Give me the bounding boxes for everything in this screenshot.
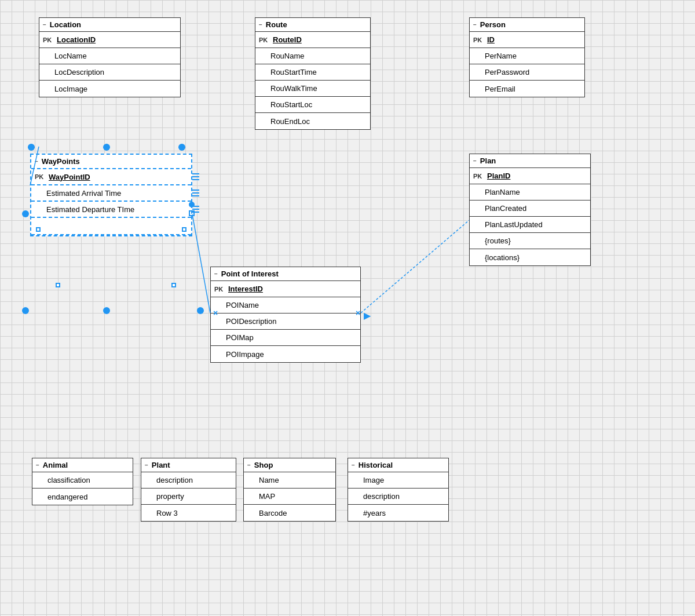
- field-pername: PerName: [485, 52, 517, 60]
- shop-title: Shop: [254, 461, 273, 469]
- pk-label: PK: [473, 37, 484, 43]
- field-roustarttime: RouStartTime: [270, 68, 317, 76]
- field-locations: {locations}: [485, 253, 520, 262]
- field-classification: classification: [47, 476, 90, 484]
- field-property: property: [156, 492, 184, 501]
- field-locname: LocName: [54, 52, 87, 60]
- route-title: Route: [266, 20, 287, 29]
- animal-table-header: − Animal: [32, 458, 133, 472]
- table-row: description: [141, 472, 236, 489]
- table-row: LocImage: [39, 81, 180, 97]
- waypoints-title: WayPoints: [42, 157, 80, 166]
- field-image: Image: [363, 476, 384, 484]
- field-name: Name: [259, 476, 279, 484]
- table-row: PK RouteID: [255, 32, 370, 48]
- field-row3: Row 3: [156, 509, 178, 517]
- field-locimage: LocImage: [54, 85, 87, 93]
- plan-table-header: − Plan: [470, 154, 590, 168]
- poi-table: − Point of Interest PK InterestID POINam…: [210, 267, 361, 363]
- minimize-icon[interactable]: −: [145, 462, 148, 468]
- table-row: {routes}: [470, 233, 590, 249]
- field-roustartloc: RouStartLoc: [270, 100, 312, 109]
- table-row: description: [348, 489, 448, 505]
- location-table: − Location PK LocationID LocName LocDesc…: [39, 17, 181, 97]
- pk-label: PK: [473, 173, 484, 180]
- minimize-icon[interactable]: −: [36, 462, 39, 468]
- table-row: PK LocationID: [39, 32, 180, 48]
- table-row: LocDescription: [39, 64, 180, 81]
- table-row: PlanName: [470, 184, 590, 201]
- minimize-icon[interactable]: −: [247, 462, 251, 468]
- person-title: Person: [480, 20, 506, 29]
- table-row: Barcode: [244, 505, 335, 521]
- field-planlastupdated: PlanLastUpdated: [485, 220, 543, 229]
- table-row: property: [141, 489, 236, 505]
- minimize-icon[interactable]: −: [259, 21, 262, 28]
- location-table-header: − Location: [39, 18, 180, 32]
- poi-title: Point of Interest: [221, 269, 279, 278]
- historical-table-header: − Historical: [348, 458, 448, 472]
- table-row: PerName: [470, 48, 584, 64]
- field-estimated-arrival: Estimated Arrival Time: [46, 189, 121, 198]
- plant-table-header: − Plant: [141, 458, 236, 472]
- svg-line-1: [192, 214, 210, 313]
- field-locdescription: LocDescription: [54, 68, 104, 76]
- minimize-icon[interactable]: −: [35, 158, 38, 165]
- field-years: #years: [363, 509, 386, 517]
- field-poidescription: POIDescription: [226, 317, 276, 326]
- table-row: RouStartLoc: [255, 97, 370, 113]
- shop-table: − Shop Name MAP Barcode: [243, 458, 336, 522]
- route-table-header: − Route: [255, 18, 370, 32]
- table-row: LocName: [39, 48, 180, 64]
- field-barcode: Barcode: [259, 509, 287, 517]
- table-row: POIImpage: [211, 346, 360, 362]
- table-row: {locations}: [470, 249, 590, 265]
- poi-table-header: − Point of Interest: [211, 267, 360, 281]
- minimize-icon[interactable]: −: [352, 462, 355, 468]
- field-description: description: [156, 476, 193, 484]
- svg-line-2: [361, 220, 469, 313]
- table-row: POIName: [211, 297, 360, 314]
- pk-label: PK: [214, 286, 225, 293]
- table-row: POIDescription: [211, 314, 360, 330]
- minimize-icon[interactable]: −: [43, 21, 46, 28]
- person-pk-field: ID: [487, 35, 495, 44]
- table-row: PlanCreated: [470, 201, 590, 217]
- field-estimated-departure: Estimated Departure TIme: [46, 205, 134, 214]
- table-row: PK PlanID: [470, 168, 590, 184]
- field-poiname: POIName: [226, 301, 259, 309]
- plan-pk-field: PlanID: [487, 172, 510, 180]
- table-row: Estimated Arrival Time: [31, 185, 191, 202]
- field-endangered: endangered: [47, 493, 87, 501]
- route-table: − Route PK RouteID RouName RouStartTime …: [255, 17, 371, 130]
- minimize-icon[interactable]: −: [214, 271, 218, 277]
- field-rouwalktime: RouWalkTime: [270, 84, 317, 93]
- plan-title: Plan: [480, 156, 496, 165]
- waypoints-table-header: − WayPoints: [31, 155, 191, 169]
- table-row: Row 3: [141, 505, 236, 521]
- table-row: PK InterestID: [211, 281, 360, 297]
- table-row: PerPassword: [470, 64, 584, 81]
- pk-label: PK: [35, 173, 45, 180]
- animal-table: − Animal classification endangered: [32, 458, 133, 505]
- field-peremail: PerEmail: [485, 85, 515, 93]
- table-row: RouName: [255, 48, 370, 64]
- table-row: Estimated Departure TIme: [31, 202, 191, 218]
- minimize-icon[interactable]: −: [473, 158, 477, 164]
- table-row: #years: [348, 505, 448, 521]
- table-row: endangered: [32, 489, 133, 505]
- table-row: Name: [244, 472, 335, 489]
- waypoints-pk-field: WayPointID: [49, 173, 90, 181]
- field-planname: PlanName: [485, 188, 520, 196]
- shop-table-header: − Shop: [244, 458, 335, 472]
- person-table-header: − Person: [470, 18, 584, 32]
- table-row: RouWalkTime: [255, 81, 370, 97]
- plant-title: Plant: [152, 461, 170, 469]
- location-pk-field: LocationID: [57, 35, 96, 44]
- field-rouname: RouName: [270, 52, 305, 60]
- minimize-icon[interactable]: −: [473, 21, 477, 28]
- table-row: Image: [348, 472, 448, 489]
- route-pk-field: RouteID: [273, 35, 302, 44]
- table-row: POIMap: [211, 330, 360, 346]
- table-row: classification: [32, 472, 133, 489]
